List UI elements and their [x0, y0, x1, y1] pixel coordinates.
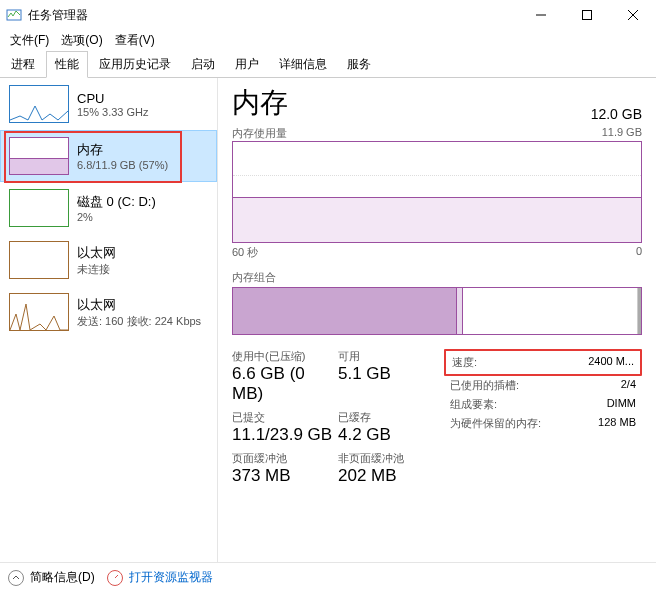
sidebar-eth1-label: 以太网: [77, 244, 116, 262]
sidebar-item-ethernet-2[interactable]: 以太网 发送: 160 接收: 224 Kbps: [0, 286, 217, 338]
sidebar-disk-sub: 2%: [77, 211, 156, 223]
tab-app-history[interactable]: 应用历史记录: [90, 51, 180, 77]
spec-speed-label: 速度:: [452, 355, 477, 370]
stat-cached-label: 已缓存: [338, 410, 444, 425]
spec-reserved-value: 128 MB: [598, 416, 636, 431]
sidebar-memory-label: 内存: [77, 141, 168, 159]
sidebar-item-memory[interactable]: 内存 6.8/11.9 GB (57%): [0, 130, 217, 182]
tab-performance[interactable]: 性能: [46, 51, 88, 78]
close-button[interactable]: [610, 0, 656, 30]
stat-available-label: 可用: [338, 349, 444, 364]
chevron-up-icon: [8, 570, 24, 586]
content-area: CPU 15% 3.33 GHz 内存 6.8/11.9 GB (57%) 磁盘…: [0, 78, 656, 562]
memory-usage-graph[interactable]: [232, 141, 642, 243]
sidebar-item-ethernet-1[interactable]: 以太网 未连接: [0, 234, 217, 286]
spec-speed-value: 2400 M...: [588, 355, 634, 370]
tab-bar: 进程 性能 应用历史记录 启动 用户 详细信息 服务: [0, 52, 656, 78]
performance-sidebar: CPU 15% 3.33 GHz 内存 6.8/11.9 GB (57%) 磁盘…: [0, 78, 218, 562]
stat-cached-value: 4.2 GB: [338, 425, 444, 445]
svg-line-5: [115, 575, 118, 578]
sidebar-item-cpu[interactable]: CPU 15% 3.33 GHz: [0, 78, 217, 130]
memory-composition-graph[interactable]: [232, 287, 642, 335]
svg-rect-2: [583, 11, 592, 20]
window-title: 任务管理器: [28, 7, 518, 24]
stat-paged-label: 页面缓冲池: [232, 451, 338, 466]
fewer-details-link[interactable]: 简略信息(D): [8, 569, 95, 586]
memory-thumb-icon: [9, 137, 69, 175]
tab-startup[interactable]: 启动: [182, 51, 224, 77]
menubar: 文件(F) 选项(O) 查看(V): [0, 30, 656, 52]
menu-file[interactable]: 文件(F): [6, 30, 53, 51]
memory-detail-panel: 内存 12.0 GB 内存使用量 11.9 GB 60 秒 0 内存组合: [218, 78, 656, 562]
composition-label: 内存组合: [232, 270, 642, 285]
footer-bar: 简略信息(D) 打开资源监视器: [0, 562, 656, 592]
sidebar-cpu-sub: 15% 3.33 GHz: [77, 106, 149, 118]
menu-view[interactable]: 查看(V): [111, 30, 159, 51]
tab-users[interactable]: 用户: [226, 51, 268, 77]
ethernet-thumb-icon: [9, 241, 69, 279]
sidebar-memory-sub: 6.8/11.9 GB (57%): [77, 159, 168, 171]
maximize-button[interactable]: [564, 0, 610, 30]
stat-paged-value: 373 MB: [232, 466, 338, 486]
open-resource-monitor-label: 打开资源监视器: [129, 569, 213, 586]
resource-monitor-icon: [107, 570, 123, 586]
stat-in-use-value: 6.6 GB (0 MB): [232, 364, 338, 404]
ethernet-thumb-icon: [9, 293, 69, 331]
fewer-details-label: 简略信息(D): [30, 569, 95, 586]
stat-nonpaged-value: 202 MB: [338, 466, 444, 486]
graph-time-zero: 0: [636, 245, 642, 260]
minimize-button[interactable]: [518, 0, 564, 30]
stat-in-use-label: 使用中(已压缩): [232, 349, 338, 364]
stat-available-value: 5.1 GB: [338, 364, 444, 384]
sidebar-cpu-label: CPU: [77, 91, 149, 106]
speed-highlight-box: 速度: 2400 M...: [444, 349, 642, 376]
spec-form-label: 组成要素:: [450, 397, 497, 412]
sidebar-eth2-sub: 发送: 160 接收: 224 Kbps: [77, 314, 201, 329]
cpu-thumb-icon: [9, 85, 69, 123]
usage-graph-label: 内存使用量: [232, 126, 287, 141]
sidebar-disk-label: 磁盘 0 (C: D:): [77, 193, 156, 211]
stat-nonpaged-label: 非页面缓冲池: [338, 451, 444, 466]
sidebar-eth2-label: 以太网: [77, 296, 201, 314]
window-titlebar: 任务管理器: [0, 0, 656, 30]
usage-graph-max: 11.9 GB: [602, 126, 642, 141]
tab-details[interactable]: 详细信息: [270, 51, 336, 77]
spec-form-value: DIMM: [607, 397, 636, 412]
page-title: 内存: [232, 84, 288, 122]
tab-processes[interactable]: 进程: [2, 51, 44, 77]
menu-options[interactable]: 选项(O): [57, 30, 106, 51]
spec-reserved-label: 为硬件保留的内存:: [450, 416, 541, 431]
sidebar-item-disk[interactable]: 磁盘 0 (C: D:) 2%: [0, 182, 217, 234]
stat-committed-label: 已提交: [232, 410, 338, 425]
open-resource-monitor-link[interactable]: 打开资源监视器: [107, 569, 213, 586]
tab-services[interactable]: 服务: [338, 51, 380, 77]
spec-slots-label: 已使用的插槽:: [450, 378, 519, 393]
task-manager-icon: [6, 7, 22, 23]
memory-capacity: 12.0 GB: [591, 106, 642, 122]
sidebar-eth1-sub: 未连接: [77, 262, 116, 277]
spec-slots-value: 2/4: [621, 378, 636, 393]
disk-thumb-icon: [9, 189, 69, 227]
stat-committed-value: 11.1/23.9 GB: [232, 425, 338, 445]
graph-time-label: 60 秒: [232, 245, 258, 260]
